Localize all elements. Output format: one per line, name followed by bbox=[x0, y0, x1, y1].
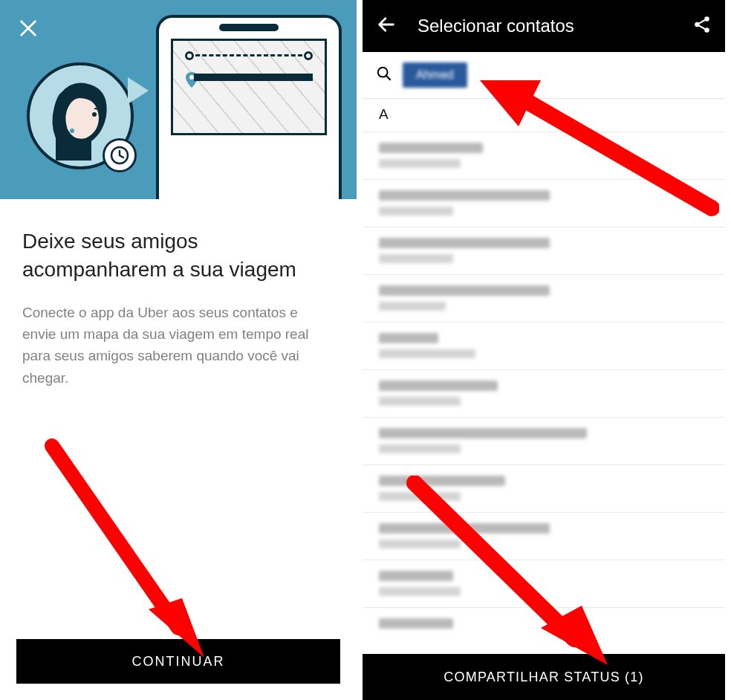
contact-name-blurred bbox=[379, 618, 453, 629]
list-item[interactable] bbox=[363, 513, 725, 560]
hero-illustration bbox=[0, 0, 357, 199]
list-item[interactable] bbox=[363, 370, 725, 418]
intro-content: Deixe seus amigos acompanharem a sua via… bbox=[0, 199, 357, 404]
contact-name-blurred bbox=[379, 571, 453, 581]
share-button-header[interactable] bbox=[692, 15, 712, 37]
list-item[interactable] bbox=[363, 608, 725, 655]
contact-name-blurred bbox=[379, 333, 438, 343]
list-item[interactable] bbox=[363, 560, 725, 608]
header-title: Selecionar contatos bbox=[418, 16, 692, 36]
contact-name-blurred bbox=[379, 285, 550, 296]
contact-phone-blurred bbox=[379, 397, 461, 406]
contact-name-blurred bbox=[379, 523, 550, 534]
screen-select-contacts: Selecionar contatos Ahmed A COMPARTILHAR… bbox=[363, 0, 725, 700]
svg-point-5 bbox=[704, 16, 709, 22]
list-item[interactable] bbox=[363, 465, 725, 513]
contact-name-blurred bbox=[379, 476, 505, 486]
svg-point-1 bbox=[92, 112, 97, 117]
contact-name-blurred bbox=[379, 380, 498, 391]
section-header-a: A bbox=[363, 99, 725, 132]
contact-phone-blurred bbox=[379, 492, 461, 501]
screen-share-trip-intro: Deixe seus amigos acompanharem a sua via… bbox=[0, 0, 363, 700]
close-button[interactable] bbox=[18, 18, 39, 39]
back-arrow-icon bbox=[376, 14, 397, 35]
intro-title: Deixe seus amigos acompanharem a sua via… bbox=[22, 227, 334, 284]
contact-name-blurred bbox=[379, 238, 550, 248]
list-item[interactable] bbox=[363, 180, 725, 227]
contact-phone-blurred bbox=[379, 302, 446, 311]
svg-point-7 bbox=[704, 27, 709, 33]
share-status-label: COMPARTILHAR STATUS (1) bbox=[444, 670, 643, 685]
search-icon bbox=[376, 65, 392, 85]
contact-phone-blurred bbox=[379, 349, 475, 358]
contact-name-blurred bbox=[379, 143, 483, 153]
list-item[interactable] bbox=[363, 132, 725, 180]
contact-phone-blurred bbox=[379, 159, 461, 168]
continue-button-label: CONTINUAR bbox=[132, 654, 225, 670]
clock-icon bbox=[103, 138, 137, 172]
share-icon bbox=[692, 15, 712, 34]
contact-phone-blurred bbox=[379, 587, 461, 596]
contact-phone-blurred bbox=[379, 539, 461, 548]
contact-name-blurred bbox=[379, 428, 587, 438]
svg-point-6 bbox=[695, 22, 700, 27]
list-item[interactable] bbox=[363, 418, 725, 465]
continue-button[interactable]: CONTINUAR bbox=[16, 639, 340, 684]
intro-description: Conecte o app da Uber aos seus contatos … bbox=[22, 302, 334, 389]
contact-phone-blurred bbox=[379, 254, 453, 263]
svg-point-2 bbox=[70, 129, 74, 133]
annotation-arrow-continue bbox=[30, 438, 223, 661]
share-status-button[interactable]: COMPARTILHAR STATUS (1) bbox=[363, 654, 725, 700]
back-button[interactable] bbox=[376, 14, 400, 38]
list-item[interactable] bbox=[363, 227, 725, 275]
close-icon bbox=[18, 18, 39, 39]
list-item[interactable] bbox=[363, 323, 725, 370]
avatar-speech-bubble bbox=[27, 62, 134, 169]
selected-contact-chip[interactable]: Ahmed bbox=[403, 62, 467, 88]
contacts-header: Selecionar contatos bbox=[363, 0, 725, 52]
contact-phone-blurred bbox=[379, 207, 453, 215]
contact-phone-blurred bbox=[379, 444, 461, 453]
search-row[interactable]: Ahmed bbox=[363, 52, 725, 99]
phone-illustration bbox=[156, 15, 342, 199]
contact-name-blurred bbox=[379, 190, 550, 201]
contact-list[interactable] bbox=[363, 132, 725, 655]
list-item[interactable] bbox=[363, 275, 725, 323]
map-illustration bbox=[171, 39, 327, 135]
